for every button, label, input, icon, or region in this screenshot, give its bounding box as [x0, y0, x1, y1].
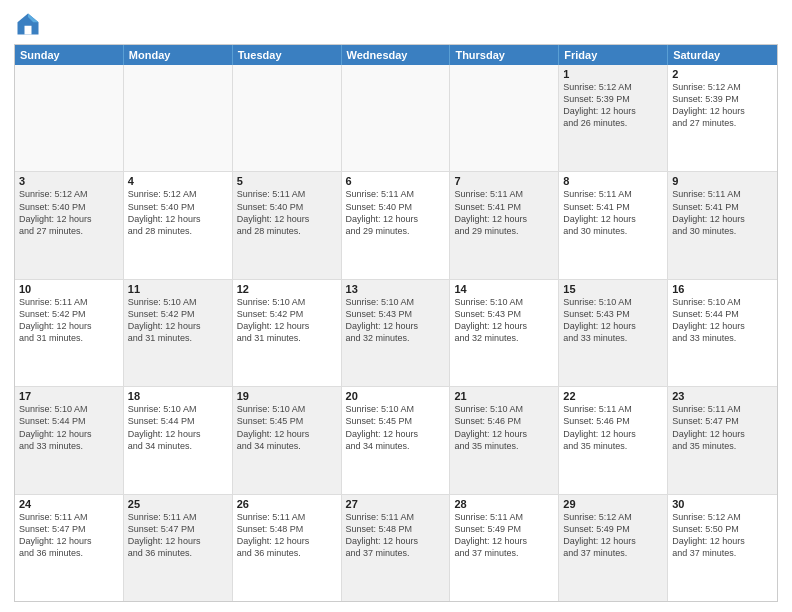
cal-cell: 14Sunrise: 5:10 AM Sunset: 5:43 PM Dayli… [450, 280, 559, 386]
cal-cell: 7Sunrise: 5:11 AM Sunset: 5:41 PM Daylig… [450, 172, 559, 278]
day-number: 3 [19, 175, 119, 187]
cal-cell: 4Sunrise: 5:12 AM Sunset: 5:40 PM Daylig… [124, 172, 233, 278]
cal-cell: 21Sunrise: 5:10 AM Sunset: 5:46 PM Dayli… [450, 387, 559, 493]
cal-row: 17Sunrise: 5:10 AM Sunset: 5:44 PM Dayli… [15, 386, 777, 493]
cal-cell [233, 65, 342, 171]
cal-header-cell: Tuesday [233, 45, 342, 65]
calendar: SundayMondayTuesdayWednesdayThursdayFrid… [14, 44, 778, 602]
cal-header-cell: Monday [124, 45, 233, 65]
cal-cell: 24Sunrise: 5:11 AM Sunset: 5:47 PM Dayli… [15, 495, 124, 601]
cal-cell [450, 65, 559, 171]
cal-cell: 9Sunrise: 5:11 AM Sunset: 5:41 PM Daylig… [668, 172, 777, 278]
day-info: Sunrise: 5:12 AM Sunset: 5:49 PM Dayligh… [563, 511, 663, 560]
day-info: Sunrise: 5:11 AM Sunset: 5:40 PM Dayligh… [346, 188, 446, 237]
day-number: 5 [237, 175, 337, 187]
day-info: Sunrise: 5:11 AM Sunset: 5:42 PM Dayligh… [19, 296, 119, 345]
day-number: 4 [128, 175, 228, 187]
cal-row: 1Sunrise: 5:12 AM Sunset: 5:39 PM Daylig… [15, 65, 777, 171]
cal-cell [124, 65, 233, 171]
cal-cell: 13Sunrise: 5:10 AM Sunset: 5:43 PM Dayli… [342, 280, 451, 386]
day-info: Sunrise: 5:12 AM Sunset: 5:40 PM Dayligh… [19, 188, 119, 237]
day-info: Sunrise: 5:11 AM Sunset: 5:48 PM Dayligh… [346, 511, 446, 560]
cal-row: 24Sunrise: 5:11 AM Sunset: 5:47 PM Dayli… [15, 494, 777, 601]
cal-cell: 15Sunrise: 5:10 AM Sunset: 5:43 PM Dayli… [559, 280, 668, 386]
day-info: Sunrise: 5:12 AM Sunset: 5:40 PM Dayligh… [128, 188, 228, 237]
cal-cell: 1Sunrise: 5:12 AM Sunset: 5:39 PM Daylig… [559, 65, 668, 171]
day-info: Sunrise: 5:12 AM Sunset: 5:39 PM Dayligh… [563, 81, 663, 130]
calendar-header: SundayMondayTuesdayWednesdayThursdayFrid… [15, 45, 777, 65]
day-number: 14 [454, 283, 554, 295]
day-info: Sunrise: 5:10 AM Sunset: 5:44 PM Dayligh… [19, 403, 119, 452]
cal-cell [342, 65, 451, 171]
day-number: 9 [672, 175, 773, 187]
cal-row: 3Sunrise: 5:12 AM Sunset: 5:40 PM Daylig… [15, 171, 777, 278]
day-info: Sunrise: 5:10 AM Sunset: 5:42 PM Dayligh… [237, 296, 337, 345]
day-number: 18 [128, 390, 228, 402]
cal-cell: 25Sunrise: 5:11 AM Sunset: 5:47 PM Dayli… [124, 495, 233, 601]
day-info: Sunrise: 5:10 AM Sunset: 5:43 PM Dayligh… [346, 296, 446, 345]
day-number: 27 [346, 498, 446, 510]
day-info: Sunrise: 5:11 AM Sunset: 5:48 PM Dayligh… [237, 511, 337, 560]
day-info: Sunrise: 5:11 AM Sunset: 5:41 PM Dayligh… [454, 188, 554, 237]
cal-header-cell: Sunday [15, 45, 124, 65]
day-number: 29 [563, 498, 663, 510]
cal-cell: 26Sunrise: 5:11 AM Sunset: 5:48 PM Dayli… [233, 495, 342, 601]
day-number: 19 [237, 390, 337, 402]
cal-cell: 10Sunrise: 5:11 AM Sunset: 5:42 PM Dayli… [15, 280, 124, 386]
cal-cell: 17Sunrise: 5:10 AM Sunset: 5:44 PM Dayli… [15, 387, 124, 493]
day-info: Sunrise: 5:12 AM Sunset: 5:50 PM Dayligh… [672, 511, 773, 560]
cal-header-cell: Saturday [668, 45, 777, 65]
day-number: 17 [19, 390, 119, 402]
day-info: Sunrise: 5:11 AM Sunset: 5:47 PM Dayligh… [19, 511, 119, 560]
day-info: Sunrise: 5:10 AM Sunset: 5:43 PM Dayligh… [454, 296, 554, 345]
cal-cell: 20Sunrise: 5:10 AM Sunset: 5:45 PM Dayli… [342, 387, 451, 493]
day-number: 23 [672, 390, 773, 402]
cal-cell [15, 65, 124, 171]
cal-cell: 19Sunrise: 5:10 AM Sunset: 5:45 PM Dayli… [233, 387, 342, 493]
day-number: 8 [563, 175, 663, 187]
day-number: 26 [237, 498, 337, 510]
cal-cell: 16Sunrise: 5:10 AM Sunset: 5:44 PM Dayli… [668, 280, 777, 386]
cal-header-cell: Thursday [450, 45, 559, 65]
svg-rect-2 [25, 26, 32, 35]
day-number: 7 [454, 175, 554, 187]
day-number: 16 [672, 283, 773, 295]
day-number: 30 [672, 498, 773, 510]
logo [14, 10, 46, 38]
day-info: Sunrise: 5:10 AM Sunset: 5:44 PM Dayligh… [672, 296, 773, 345]
day-number: 10 [19, 283, 119, 295]
day-info: Sunrise: 5:10 AM Sunset: 5:45 PM Dayligh… [346, 403, 446, 452]
day-number: 12 [237, 283, 337, 295]
cal-cell: 23Sunrise: 5:11 AM Sunset: 5:47 PM Dayli… [668, 387, 777, 493]
day-info: Sunrise: 5:11 AM Sunset: 5:49 PM Dayligh… [454, 511, 554, 560]
cal-cell: 11Sunrise: 5:10 AM Sunset: 5:42 PM Dayli… [124, 280, 233, 386]
day-number: 13 [346, 283, 446, 295]
day-number: 24 [19, 498, 119, 510]
day-info: Sunrise: 5:11 AM Sunset: 5:47 PM Dayligh… [672, 403, 773, 452]
cal-cell: 5Sunrise: 5:11 AM Sunset: 5:40 PM Daylig… [233, 172, 342, 278]
day-info: Sunrise: 5:11 AM Sunset: 5:47 PM Dayligh… [128, 511, 228, 560]
day-info: Sunrise: 5:11 AM Sunset: 5:41 PM Dayligh… [672, 188, 773, 237]
cal-cell: 27Sunrise: 5:11 AM Sunset: 5:48 PM Dayli… [342, 495, 451, 601]
cal-cell: 12Sunrise: 5:10 AM Sunset: 5:42 PM Dayli… [233, 280, 342, 386]
cal-cell: 18Sunrise: 5:10 AM Sunset: 5:44 PM Dayli… [124, 387, 233, 493]
cal-cell: 8Sunrise: 5:11 AM Sunset: 5:41 PM Daylig… [559, 172, 668, 278]
day-number: 22 [563, 390, 663, 402]
day-number: 28 [454, 498, 554, 510]
day-info: Sunrise: 5:11 AM Sunset: 5:46 PM Dayligh… [563, 403, 663, 452]
day-number: 25 [128, 498, 228, 510]
day-info: Sunrise: 5:10 AM Sunset: 5:45 PM Dayligh… [237, 403, 337, 452]
cal-cell: 28Sunrise: 5:11 AM Sunset: 5:49 PM Dayli… [450, 495, 559, 601]
cal-cell: 30Sunrise: 5:12 AM Sunset: 5:50 PM Dayli… [668, 495, 777, 601]
day-number: 2 [672, 68, 773, 80]
day-number: 1 [563, 68, 663, 80]
day-info: Sunrise: 5:12 AM Sunset: 5:39 PM Dayligh… [672, 81, 773, 130]
day-info: Sunrise: 5:10 AM Sunset: 5:44 PM Dayligh… [128, 403, 228, 452]
cal-row: 10Sunrise: 5:11 AM Sunset: 5:42 PM Dayli… [15, 279, 777, 386]
day-number: 6 [346, 175, 446, 187]
day-info: Sunrise: 5:10 AM Sunset: 5:46 PM Dayligh… [454, 403, 554, 452]
day-number: 21 [454, 390, 554, 402]
cal-cell: 2Sunrise: 5:12 AM Sunset: 5:39 PM Daylig… [668, 65, 777, 171]
header [14, 10, 778, 38]
page: SundayMondayTuesdayWednesdayThursdayFrid… [0, 0, 792, 612]
